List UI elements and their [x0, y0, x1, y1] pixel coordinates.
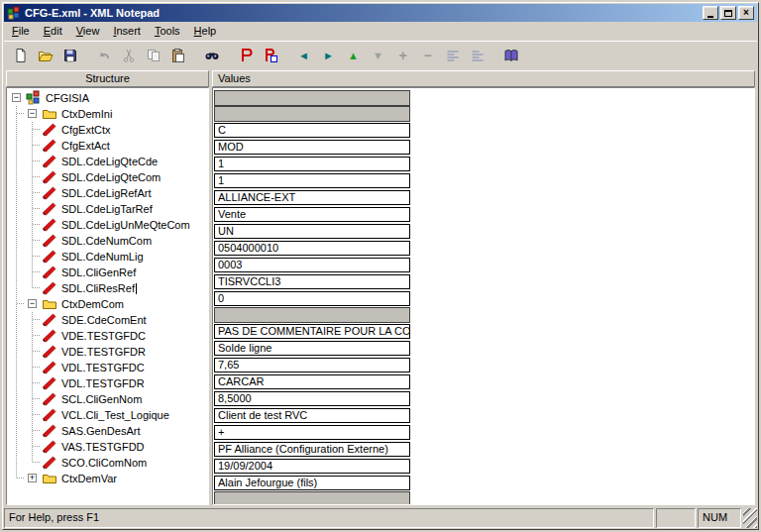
- tree-item-label[interactable]: CtxDemVar: [58, 472, 120, 485]
- save-file-button[interactable]: [58, 44, 81, 66]
- value-cell[interactable]: 8,5000: [214, 391, 410, 406]
- value-cell[interactable]: ALLIANCE-EXT: [214, 190, 410, 205]
- value-cell[interactable]: Vente: [214, 207, 410, 222]
- value-cell[interactable]: C: [214, 123, 410, 138]
- show-element-view-button[interactable]: [234, 44, 257, 66]
- open-file-button[interactable]: [34, 44, 56, 66]
- move-out-button[interactable]: [441, 44, 464, 66]
- tree-item[interactable]: −CtxDemIni: [7, 106, 208, 122]
- value-cell[interactable]: TISRVCCLI3: [214, 274, 410, 289]
- value-cell[interactable]: 0: [214, 291, 410, 306]
- value-cell[interactable]: 1: [214, 157, 410, 171]
- tree-item[interactable]: VCL.Cli_Test_Logique: [7, 407, 208, 423]
- copy-button[interactable]: [142, 44, 164, 66]
- tree-item[interactable]: SCL.CliGenNom: [7, 391, 208, 407]
- tree-item-label[interactable]: SDL.CdeLigQteCde: [58, 155, 161, 168]
- tree-item-label[interactable]: VCL.Cli_Test_Logique: [58, 408, 172, 422]
- tree-item[interactable]: CfgExtCtx: [7, 122, 208, 138]
- value-cell[interactable]: 1: [214, 173, 410, 188]
- tree-item[interactable]: CfgExtAct: [7, 138, 208, 154]
- value-cell[interactable]: UN: [214, 224, 410, 239]
- tree-item-label[interactable]: SDL.CdeLigRefArt: [58, 186, 155, 200]
- tree-item[interactable]: VDE.TESTGFDC: [7, 328, 208, 344]
- tree-item-label[interactable]: VDE.TESTGFDC: [58, 329, 149, 343]
- tree-body[interactable]: −CFGISIA−CtxDemIniCfgExtCtxCfgExtActSDL.…: [6, 87, 209, 505]
- tree-item-label[interactable]: CtxDemIni: [58, 107, 115, 121]
- value-cell[interactable]: +: [214, 425, 410, 440]
- tree-item-label[interactable]: SDL.CdeLigQteCom: [58, 170, 163, 184]
- collapse-icon[interactable]: −: [12, 93, 21, 102]
- nav-right-button[interactable]: ►: [317, 44, 340, 66]
- values-body[interactable]: CMOD11ALLIANCE-EXTVenteUN05040000100003T…: [212, 87, 755, 505]
- tree-item[interactable]: VAS.TESTGFDD: [7, 439, 208, 455]
- tree-item-label[interactable]: SDL.CdeLigTarRef: [58, 202, 156, 216]
- menu-item-file[interactable]: File: [5, 23, 37, 40]
- value-cell[interactable]: 0003: [214, 258, 410, 272]
- tree-item[interactable]: −CFGISIA: [7, 90, 208, 106]
- remove-node-button[interactable]: −: [416, 44, 439, 66]
- tree-item[interactable]: SDE.CdeComEnt: [7, 312, 208, 328]
- tree-item[interactable]: SDL.CdeLigQteCde: [7, 154, 208, 169]
- maximize-button[interactable]: [720, 6, 736, 20]
- value-cell[interactable]: Client de test RVC: [214, 408, 410, 423]
- tree-item[interactable]: SDL.CliResRef: [7, 280, 208, 296]
- collapse-icon[interactable]: −: [28, 109, 37, 118]
- tree-item[interactable]: VDL.TESTGFDR: [7, 375, 208, 391]
- value-cell[interactable]: CARCAR: [214, 374, 410, 389]
- tree-item-label[interactable]: SCO.CliComNom: [58, 456, 150, 470]
- tree-item-label[interactable]: SDL.CdeLigUnMeQteCom: [58, 218, 193, 232]
- nav-down-button[interactable]: ▼: [367, 44, 389, 66]
- tree-item[interactable]: −CtxDemCom: [7, 296, 208, 312]
- tree-item[interactable]: SAS.GenDesArt: [7, 423, 208, 439]
- cut-button[interactable]: [117, 44, 140, 66]
- tree-item-label[interactable]: SDL.CliResRef: [58, 281, 140, 295]
- tree-item[interactable]: SDL.CdeLigTarRef: [7, 201, 208, 217]
- tree-item-label[interactable]: VDE.TESTGFDR: [58, 345, 149, 359]
- tree-item[interactable]: VDL.TESTGFDC: [7, 360, 208, 375]
- tree-item[interactable]: SCO.CliComNom: [7, 455, 208, 471]
- menu-item-edit[interactable]: Edit: [37, 23, 69, 40]
- value-cell[interactable]: Solde ligne: [214, 341, 410, 356]
- show-attribute-view-button[interactable]: [259, 44, 281, 66]
- nav-up-button[interactable]: ▲: [342, 44, 365, 66]
- tree-item[interactable]: SDL.CliGenRef: [7, 265, 208, 280]
- value-cell[interactable]: Alain Jefourgue (fils): [214, 476, 410, 490]
- value-cell[interactable]: PF Alliance (Configuration Externe): [214, 442, 410, 457]
- tree-item-label[interactable]: SDL.CdeNumLig: [58, 250, 147, 264]
- tree-item[interactable]: SDL.CdeLigQteCom: [7, 169, 208, 185]
- tree-item[interactable]: SDL.CdeLigUnMeQteCom: [7, 217, 208, 233]
- value-cell[interactable]: 19/09/2004: [214, 459, 410, 474]
- titlebar[interactable]: CFG-E.xml - XML Notepad ×: [4, 4, 757, 22]
- menu-item-tools[interactable]: Tools: [148, 23, 187, 40]
- tree-item-label[interactable]: CFGISIA: [43, 91, 92, 105]
- find-button[interactable]: [200, 44, 223, 66]
- value-cell[interactable]: MOD: [214, 140, 410, 155]
- help-contents-button[interactable]: [499, 44, 522, 66]
- nav-left-button[interactable]: ◄: [292, 44, 315, 66]
- value-cell[interactable]: 7,65: [214, 358, 410, 372]
- tree-item[interactable]: SDL.CdeNumCom: [7, 233, 208, 249]
- expand-icon[interactable]: +: [28, 474, 37, 482]
- tree-item-label[interactable]: CfgExtCtx: [58, 123, 114, 137]
- tree-item-label[interactable]: VDL.TESTGFDR: [58, 376, 148, 390]
- tree-item-label[interactable]: VDL.TESTGFDC: [58, 361, 148, 374]
- tree-item-label[interactable]: VAS.TESTGFDD: [58, 440, 148, 454]
- menu-item-insert[interactable]: Insert: [106, 23, 148, 40]
- tree-item-label[interactable]: SDL.CliGenRef: [58, 266, 139, 279]
- paste-button[interactable]: [166, 44, 189, 66]
- menu-item-help[interactable]: Help: [187, 23, 224, 40]
- close-button[interactable]: ×: [738, 6, 754, 20]
- menu-item-view[interactable]: View: [69, 23, 107, 40]
- tree-item[interactable]: SDL.CdeNumLig: [7, 249, 208, 265]
- add-node-button[interactable]: +: [391, 44, 414, 66]
- tree-item-label[interactable]: CtxDemCom: [58, 297, 127, 311]
- tree-item[interactable]: SDL.CdeLigRefArt: [7, 185, 208, 201]
- value-cell[interactable]: 0504000010: [214, 241, 410, 256]
- tree-item-label[interactable]: SDL.CdeNumCom: [58, 234, 155, 248]
- tree-item-label[interactable]: CfgExtAct: [58, 139, 113, 153]
- undo-button[interactable]: [92, 44, 115, 66]
- collapse-icon[interactable]: −: [28, 299, 37, 308]
- new-document-button[interactable]: [9, 44, 32, 66]
- tree-item[interactable]: VDE.TESTGFDR: [7, 344, 208, 360]
- tree-item-label[interactable]: SCL.CliGenNom: [58, 392, 145, 406]
